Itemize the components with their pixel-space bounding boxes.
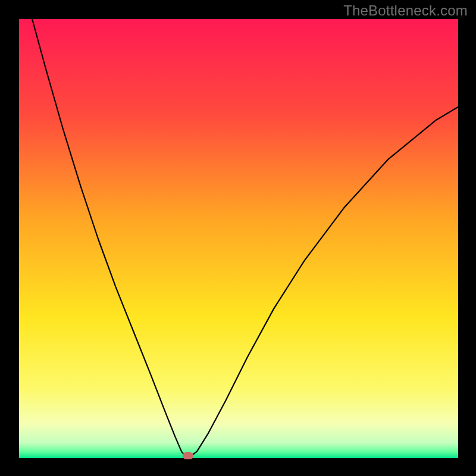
watermark-text: TheBottleneck.com — [343, 2, 468, 19]
bottleneck-curve — [19, 19, 458, 458]
chart-stage: TheBottleneck.com — [0, 0, 476, 476]
optimum-marker — [183, 452, 193, 459]
plot-area — [19, 19, 458, 458]
